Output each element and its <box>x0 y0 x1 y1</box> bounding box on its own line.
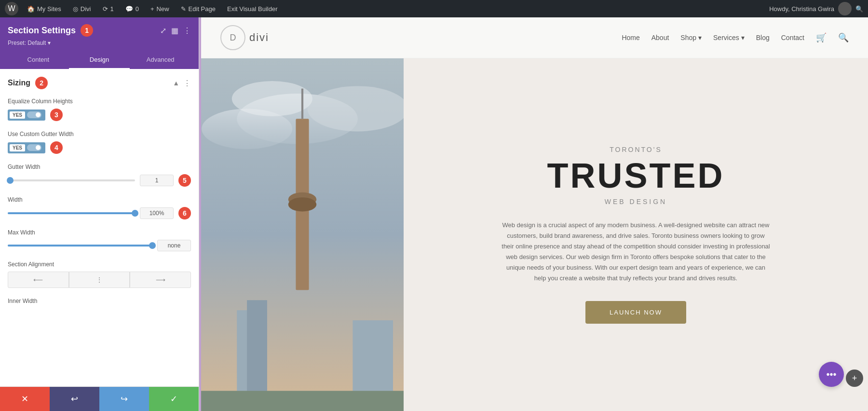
align-left-icon: ⟵ <box>33 276 43 284</box>
admin-bar-right: Howdy, Christina Gwira 🔍 <box>769 2 863 15</box>
align-center-icon: ⋮ <box>96 276 103 284</box>
divi-icon: ◎ <box>73 5 78 13</box>
equalize-toggle[interactable]: YES <box>8 110 45 121</box>
badge-1: 1 <box>81 24 93 37</box>
max-width-row: Max Width none <box>8 229 191 251</box>
float-purple-menu[interactable]: ••• <box>819 362 844 387</box>
undo-icon: ↩ <box>71 394 78 404</box>
notifications-item[interactable]: ⟳ 1 <box>100 0 117 17</box>
align-center-button[interactable]: ⋮ <box>69 272 130 288</box>
gutter-slider-thumb[interactable] <box>7 177 14 184</box>
home-menu-label: Home <box>622 34 639 41</box>
divi-menu[interactable]: ◎ Divi <box>70 0 94 17</box>
menu-item-blog[interactable]: Blog <box>756 34 770 41</box>
wordpress-icon[interactable]: W <box>5 2 18 15</box>
section-alignment-row: Section Alignment ⟵ ⋮ ⟶ <box>8 261 191 288</box>
width-row: Width 100% 6 <box>8 196 191 219</box>
max-width-slider-thumb[interactable] <box>149 242 156 249</box>
panel-tabs: Content Design Advanced <box>8 51 191 69</box>
edit-page-label: Edit Page <box>189 5 216 13</box>
my-sites-menu[interactable]: 🏠 My Sites <box>24 0 64 17</box>
sizing-section-heading: Sizing 2 ▲ ⋮ <box>8 77 191 89</box>
menu-item-about[interactable]: About <box>651 34 669 41</box>
menu-item-services[interactable]: Services ▾ <box>713 34 745 41</box>
svg-rect-12 <box>201 391 404 411</box>
more-options-icon[interactable]: ⋮ <box>183 26 191 35</box>
collapse-sizing-icon[interactable]: ▲ <box>173 79 179 87</box>
logo-text: divi <box>249 31 269 44</box>
max-width-input[interactable]: none <box>157 240 191 251</box>
badge-2: 2 <box>35 77 48 89</box>
confirm-button[interactable]: ✓ <box>149 387 199 411</box>
max-width-label: Max Width <box>8 229 191 236</box>
columns-icon[interactable]: ▦ <box>171 26 178 35</box>
inner-width-label: Inner Width <box>8 298 191 304</box>
home-icon: 🏠 <box>27 5 35 13</box>
about-menu-label: About <box>651 34 669 41</box>
comments-icon: 💬 <box>125 5 133 13</box>
svg-point-7 <box>288 197 316 211</box>
shop-menu-label: Shop <box>680 34 696 41</box>
preset-chevron[interactable]: ▾ <box>48 40 51 46</box>
wp-logo: W <box>8 4 15 13</box>
blog-menu-label: Blog <box>756 34 770 41</box>
redo-icon: ↪ <box>121 394 128 404</box>
equalize-column-heights-row: Equalize Column Heights YES 3 <box>8 98 191 121</box>
sizing-more-icon[interactable]: ⋮ <box>183 79 191 88</box>
equalize-label: Equalize Column Heights <box>8 98 191 105</box>
undo-button[interactable]: ↩ <box>50 387 99 411</box>
menu-item-shop[interactable]: Shop ▾ <box>680 34 702 41</box>
edit-page-button[interactable]: ✎ Edit Page <box>178 0 218 17</box>
section-settings-panel: Section Settings 1 ⤢ ▦ ⋮ Preset: Default… <box>0 17 199 411</box>
notifications-icon: ⟳ <box>103 5 108 13</box>
search-nav-icon[interactable]: 🔍 <box>838 32 849 43</box>
menu-item-contact[interactable]: Contact <box>781 34 804 41</box>
float-add-button[interactable]: + <box>846 370 863 387</box>
notifications-count: 1 <box>110 5 114 13</box>
comments-item[interactable]: 💬 0 <box>122 0 142 17</box>
align-left-button[interactable]: ⟵ <box>8 272 69 288</box>
tab-content[interactable]: Content <box>8 51 69 69</box>
preset-row: Preset: Default ▾ <box>8 40 191 46</box>
new-menu[interactable]: + New <box>148 0 172 17</box>
toronto-skyline-svg <box>201 58 404 411</box>
cancel-button[interactable]: ✕ <box>0 387 50 411</box>
section-alignment-label: Section Alignment <box>8 261 191 268</box>
search-icon[interactable]: 🔍 <box>855 5 863 13</box>
menu-item-home[interactable]: Home <box>622 34 639 41</box>
width-slider-track[interactable] <box>8 212 135 214</box>
admin-bar: W 🏠 My Sites ◎ Divi ⟳ 1 💬 0 + New ✎ Edit… <box>0 0 868 17</box>
tab-advanced[interactable]: Advanced <box>130 51 191 69</box>
confirm-icon: ✓ <box>170 394 177 404</box>
tab-design[interactable]: Design <box>69 51 130 69</box>
gutter-slider-track[interactable] <box>8 179 135 181</box>
cancel-icon: ✕ <box>21 394 28 404</box>
max-width-slider-track[interactable] <box>8 245 152 247</box>
gutter-label: Use Custom Gutter Width <box>8 131 191 137</box>
toggle-track <box>27 111 41 118</box>
main-layout: Section Settings 1 ⤢ ▦ ⋮ Preset: Default… <box>0 17 868 411</box>
dots-icon: ••• <box>826 369 836 380</box>
gutter-toggle[interactable]: YES <box>8 142 45 153</box>
max-width-slider-fill <box>8 245 152 247</box>
panel-title: Section Settings <box>8 26 76 36</box>
launch-now-button[interactable]: LAUNCH NOW <box>585 301 686 324</box>
gutter-width-input[interactable]: 1 <box>140 175 174 186</box>
exit-builder-button[interactable]: Exit Visual Builder <box>224 0 281 17</box>
logo-circle: D <box>220 25 245 50</box>
gutter-yes-label: YES <box>10 144 25 151</box>
width-input[interactable]: 100% <box>140 207 174 219</box>
avatar[interactable] <box>838 2 852 15</box>
alignment-options: ⟵ ⋮ ⟶ <box>8 272 191 288</box>
services-menu-label: Services <box>713 34 739 41</box>
badge-6: 6 <box>178 207 191 219</box>
cart-icon[interactable]: 🛒 <box>816 32 827 43</box>
svg-point-3 <box>307 86 404 131</box>
panel-content: Sizing 2 ▲ ⋮ Equalize Column Heights YES… <box>0 69 199 386</box>
width-slider-thumb[interactable] <box>132 210 138 217</box>
pencil-icon: ✎ <box>181 5 186 13</box>
expand-icon[interactable]: ⤢ <box>160 26 166 35</box>
hero-section: TORONTO'S TRUSTED WEB DESIGN Web design … <box>201 58 868 411</box>
align-right-button[interactable]: ⟶ <box>130 272 191 288</box>
redo-button[interactable]: ↪ <box>99 387 149 411</box>
